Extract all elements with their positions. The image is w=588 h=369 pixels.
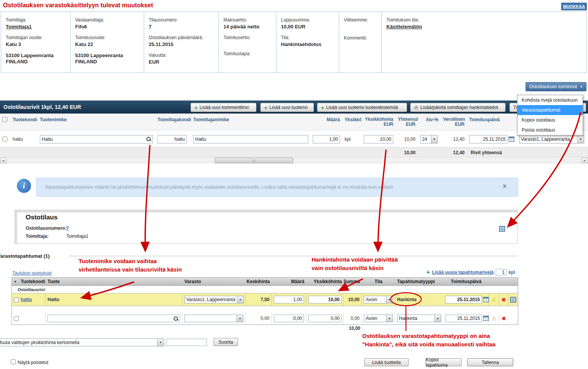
warehouse-select[interactable]: Varasto1, Lappeenranta▼ (184, 296, 244, 303)
receiver-label: Vastaanottaja: (75, 17, 139, 23)
quantity-input[interactable] (313, 135, 340, 143)
table-columns-icon[interactable] (510, 297, 516, 303)
supplier-product-name-input[interactable] (193, 135, 308, 143)
line-total: 10,00 (404, 137, 416, 142)
status-select[interactable]: Avoin▼ (364, 315, 393, 322)
order-lines-table-header: Tuotekoodi Tuotenimike Toimittajakoodi T… (0, 114, 588, 131)
product-code-link[interactable]: hattu (21, 297, 32, 302)
search-icon[interactable] (146, 137, 151, 142)
table-settings-link[interactable]: Taulukon asetukset (12, 270, 52, 276)
panel-order-number-link[interactable]: 7 (66, 226, 69, 231)
add-rows-unit: kpl (509, 270, 515, 275)
plus-icon: + (194, 105, 198, 110)
warehouse-select[interactable]: Varasto1, Lappeenranta▼ (519, 135, 584, 143)
stock-sum-total: 10,00 (337, 326, 360, 331)
scroll-right-arrow[interactable]: ► (581, 158, 588, 163)
order-number-value: 7 (149, 24, 214, 30)
multiplier-value-input[interactable] (166, 339, 207, 346)
event-type: Hankinta (397, 297, 417, 302)
event-type-select[interactable]: Hankinta▼ (397, 315, 441, 322)
stock-events-table: ▼ Tuotekoodi Tuote Varasto Keskihinta Mä… (11, 277, 518, 325)
unit-price-input[interactable] (308, 315, 342, 322)
slash-circle-icon: ⊘ (414, 105, 419, 110)
delivery-date-input[interactable] (469, 135, 508, 143)
copy-event-button[interactable]: Kopioi tapahtuma (425, 358, 462, 366)
scroll-left-arrow[interactable]: ◄ (0, 158, 7, 163)
panel-order-number-label: Ostotilausnumero: (26, 226, 67, 231)
select-all-checkbox[interactable] (2, 117, 7, 122)
order-actions-menu: Kohdista rivejä ostolaskuun Varastotapah… (517, 95, 583, 135)
average-price: 7,50 (261, 297, 269, 302)
unit-price-input[interactable] (364, 135, 393, 143)
vat-select[interactable]: 24▼ (420, 135, 438, 143)
annotation-note3: Ostotilauksen varastotapahtumatyyppi on … (362, 332, 496, 349)
close-icon[interactable]: X (503, 183, 506, 189)
delete-row-icon[interactable]: ✖ (502, 297, 506, 302)
add-products-button[interactable]: Lisää tuotteita (364, 358, 409, 366)
summary-col-total: Loppusumma: 10,00 EUR Tila: Hankintaehdo… (276, 12, 339, 72)
add-product-row-button[interactable]: + Lisää uusi tuoterivi (260, 103, 314, 112)
menu-item-poista[interactable]: Poista ostotilaus (517, 125, 583, 135)
scrollbar-thumb[interactable] (215, 158, 293, 163)
total-label: Loppusumma: (281, 17, 334, 23)
plus-icon: + (321, 105, 324, 110)
info-banner-text: Varastotapahtumarivien määrän tai yksikk… (45, 184, 394, 190)
add-event-rows-link[interactable]: Lisää uusia tapahtumarivejä (432, 270, 494, 275)
calendar-icon[interactable] (509, 137, 514, 142)
stock-event-row-orderline: hattu Hattu Varasto1, Lappeenranta▼ 7,50… (12, 293, 518, 306)
supplier-code-input[interactable] (158, 135, 187, 143)
update-supplier-purchase-info-button[interactable]: ⊘ Lisää/päivitä toimittajan hankintatied… (410, 103, 506, 112)
page-title: Ostotilauksen varastokäsittelyyn tulevat… (3, 1, 153, 10)
state-label: Tila: (281, 35, 334, 40)
order-date-value: 25.11.2015 (149, 41, 214, 47)
delivery-date-input[interactable] (445, 315, 482, 322)
show-deleted-checkbox[interactable] (11, 359, 16, 364)
search-icon[interactable] (173, 316, 179, 321)
warehouse-select[interactable]: ▼ (184, 315, 243, 322)
row-checkbox[interactable] (14, 297, 19, 302)
summary-col-supplier: Toimittaja: Toimittaja1 Toimittajan osoi… (1, 12, 71, 72)
horizontal-scrollbar[interactable]: ◄ ► (0, 157, 588, 163)
delivery-street: Katu 22 (75, 41, 139, 47)
receiver-value: Fifo6 (75, 24, 139, 30)
product-name-input[interactable] (40, 135, 153, 143)
delivery-date-input[interactable] (445, 296, 482, 303)
status-select[interactable]: Avoin▼ (364, 296, 393, 303)
order-date-label: Ostotilauksen päivämäärä: (149, 35, 214, 40)
chevron-down-icon: ▼ (577, 135, 584, 143)
calendar-icon[interactable] (483, 316, 489, 321)
calendar-icon[interactable] (483, 297, 489, 302)
panel-title: Ostotilaus (26, 214, 57, 221)
show-deleted-label: Näytä poistetut (18, 360, 48, 365)
unit-price-multiplier-select[interactable]: Muuta valittujen yksikköhinta kertoimell… (0, 338, 164, 346)
chevron-down-icon: ▼ (386, 315, 393, 322)
row-checkbox[interactable] (2, 137, 7, 142)
panel-top-strip (15, 210, 517, 213)
chevron-down-icon: ▼ (434, 315, 441, 322)
quantity-input[interactable] (274, 315, 304, 322)
save-button[interactable]: Tallenna (467, 358, 513, 366)
supplier-link[interactable]: Toimittaja1 (6, 24, 32, 30)
menu-item-varastotapahtumat[interactable]: Varastotapahtumat (517, 105, 583, 115)
menu-item-kohdista[interactable]: Kohdista rivejä ostolaskuun (517, 95, 583, 105)
payment-term-value: 14 päivää netto (223, 24, 271, 30)
quantity-input[interactable] (274, 296, 304, 303)
add-rows-count-input[interactable] (496, 269, 507, 275)
chevron-down-icon: ▼ (237, 296, 243, 303)
purchase-order-stock-page: Ostotilauksen varastokäsittelyyn tulevat… (0, 0, 588, 369)
chevron-down-icon[interactable]: ▼ (14, 280, 17, 283)
menu-item-kopioi[interactable]: Kopioi ostotilaus (517, 115, 583, 125)
add-product-row-from-register-button[interactable]: + Lisää uusi tuoterivi tuoterekisteristä (317, 103, 407, 112)
add-comment-row-button[interactable]: + Lisää uusi kommenttirivi (191, 103, 256, 112)
muokkaa-button[interactable]: MUOKKAA (561, 3, 587, 10)
table-columns-icon[interactable] (499, 226, 505, 232)
unit-price-input[interactable] (308, 296, 342, 303)
delete-row-icon[interactable]: ✖ (502, 316, 506, 321)
product-search-input[interactable] (48, 315, 180, 322)
order-actions-button[interactable]: Ostotilauksen toiminnot ▼ (526, 82, 586, 91)
chevron-down-icon: ▼ (157, 339, 164, 346)
delivery-state-link[interactable]: Käsittelemätön (386, 24, 422, 30)
row-checkbox[interactable] (14, 316, 19, 321)
execute-button[interactable]: Suorita (214, 338, 238, 346)
supplier-street: Katu 3 (6, 41, 66, 47)
